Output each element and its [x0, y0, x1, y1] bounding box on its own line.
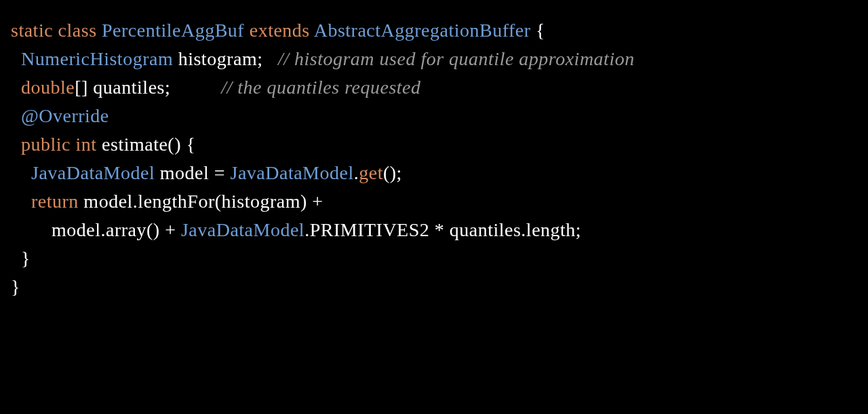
type-javadatamodel-2: JavaDataModel: [231, 162, 354, 183]
newline: [11, 162, 31, 183]
type-abstractaggregationbuffer: AbstractAggregationBuffer: [314, 20, 531, 41]
newline: [11, 77, 21, 98]
space: [53, 20, 58, 41]
space: [71, 134, 76, 155]
expr-part-1: model.lengthFor(histogram) +: [79, 191, 323, 212]
type-javadatamodel-1: JavaDataModel: [31, 162, 155, 183]
keyword-static: static: [11, 20, 53, 41]
brace-open: {: [531, 20, 545, 41]
method-signature-estimate: estimate() {: [97, 134, 196, 155]
keyword-double: double: [21, 77, 75, 98]
comment-histogram: // histogram used for quantile approxima…: [278, 48, 635, 69]
newline: [11, 191, 31, 212]
space: [97, 20, 102, 41]
method-get: get: [359, 162, 383, 183]
newline: [11, 134, 21, 155]
expr-part-2: model.array() +: [11, 219, 181, 240]
brace-close-outer: }: [11, 276, 20, 297]
newline: [11, 105, 21, 126]
keyword-public: public: [21, 134, 71, 155]
code-block: static class PercentileAggBuf extends Ab…: [0, 0, 868, 312]
expr-part-3: .PRIMITIVES2 * quantiles.length;: [304, 219, 581, 240]
newline: [11, 48, 21, 69]
keyword-return: return: [31, 191, 79, 212]
space: [244, 20, 250, 41]
brace-close-inner: }: [11, 248, 31, 269]
field-histogram: histogram;: [173, 48, 278, 69]
keyword-int: int: [76, 134, 97, 155]
keyword-class: class: [58, 20, 97, 41]
type-percentileaggbuf: PercentileAggBuf: [102, 20, 244, 41]
type-numerichistogram: NumericHistogram: [21, 48, 173, 69]
keyword-extends: extends: [250, 20, 310, 41]
annotation-override: @Override: [21, 105, 109, 126]
assign-model: model =: [155, 162, 230, 183]
comment-quantiles: // the quantiles requested: [221, 77, 420, 98]
type-javadatamodel-3: JavaDataModel: [181, 219, 304, 240]
call-close: ();: [383, 162, 402, 183]
field-quantiles: [] quantiles;: [75, 77, 221, 98]
